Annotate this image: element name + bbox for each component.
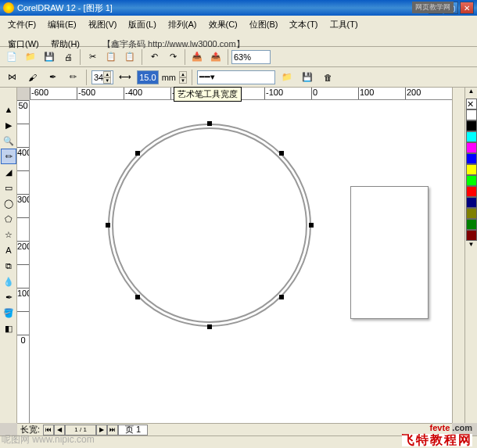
open-icon: 📁 [25,52,36,62]
swatch[interactable] [466,109,477,120]
swatch[interactable] [466,164,477,175]
polygon-tool[interactable]: ⬠ [1,211,16,227]
menu-effects[interactable]: 效果(C) [204,17,242,32]
swatch[interactable] [466,175,477,186]
menu-file[interactable]: 文件(F) [3,17,41,32]
paste-button[interactable]: 📋 [121,48,138,66]
import-button[interactable]: 📥 [188,48,206,66]
redo-button[interactable]: ↷ [164,48,181,66]
polygon-icon: ⬠ [5,214,13,224]
save-button[interactable]: 💾 [41,48,58,66]
cut-icon: ✂ [89,52,96,62]
swatch[interactable] [466,219,477,230]
swatch[interactable] [466,197,477,208]
export-button[interactable]: 📤 [207,48,224,66]
handle-sw[interactable] [135,295,140,299]
ifill-tool[interactable]: ◧ [1,321,16,336]
freehand-icon: ✏ [5,152,13,162]
new-button[interactable]: 📄 [3,48,20,66]
pick-tool[interactable]: ▲ [1,102,16,117]
sprayer-tool-icon[interactable]: ✒ [44,69,61,86]
paste-icon: 📋 [124,52,135,62]
width-unit: mm [162,73,176,82]
ellipse-tool[interactable]: ◯ [1,195,16,211]
zoom-icon: 🔍 [3,136,14,146]
swatch[interactable] [466,230,477,241]
menu-text[interactable]: 文本(T) [285,17,322,32]
handle-se[interactable] [279,295,284,299]
fill-tool[interactable]: 🪣 [1,305,16,321]
print-button[interactable]: 🖨 [59,48,77,66]
swatch[interactable] [466,131,477,142]
copy-button[interactable]: 📋 [102,48,120,66]
shapes-icon: ☆ [5,230,13,240]
rect-tool[interactable]: ▭ [1,180,16,195]
export-icon: 📤 [210,52,221,62]
smart-tool[interactable]: ◢ [1,164,16,180]
blend-icon: ⧉ [5,261,12,271]
palette-up[interactable]: ▲ [465,88,477,99]
page-last[interactable]: ⏭ [107,425,118,435]
save-preset-button[interactable]: 💾 [299,69,316,86]
rect-icon: ▭ [5,183,13,193]
down-icon[interactable]: ▼ [103,77,111,84]
preset-tool-icon[interactable]: ⋈ [3,69,20,86]
undo-button[interactable]: ↶ [145,48,163,66]
copy-icon: 📋 [106,52,117,62]
swatch[interactable] [466,208,477,219]
menu-tools[interactable]: 工具(T) [325,17,363,32]
ifill-icon: ◧ [5,324,13,334]
menu-bitmap[interactable]: 位图(B) [245,17,283,32]
up-icon[interactable]: ▲ [103,71,111,77]
browse-button[interactable]: 📁 [278,69,296,86]
canvas[interactable] [30,100,452,423]
handle-ne[interactable] [279,151,284,156]
close-button[interactable]: ✕ [460,2,474,14]
outline-tool[interactable]: ✒ [1,289,16,305]
blend-tool[interactable]: ⧉ [1,258,16,274]
swatch[interactable] [466,120,477,131]
palette-down[interactable]: ▼ [465,241,477,252]
freehand-tool[interactable]: ✏ [1,149,16,164]
watermark-top: 网页教学网 [412,2,454,13]
page-boundary [350,186,429,319]
handle-e[interactable] [309,223,314,228]
zoom-combo[interactable]: 63% [231,50,271,64]
down-icon[interactable]: ▼ [179,77,187,84]
swatch[interactable] [466,186,477,197]
width-spinner[interactable]: 15.0 [137,70,158,84]
menu-view[interactable]: 视图(V) [84,17,122,32]
handle-n[interactable] [207,121,212,126]
selection-circle[interactable] [108,124,311,327]
scrollbar-v[interactable] [452,88,464,423]
page-tab[interactable]: 页 1 [118,425,148,435]
menu-edit[interactable]: 编辑(E) [43,17,81,32]
handle-s[interactable] [207,324,212,329]
swatch-none[interactable]: ✕ [466,99,477,109]
shape-tool[interactable]: ▶ [1,117,16,133]
shapes-tool[interactable]: ☆ [1,227,16,242]
menu-layout[interactable]: 版面(L) [124,17,160,32]
swatch[interactable] [466,153,477,164]
zoom-tool[interactable]: 🔍 [1,133,16,149]
stroke-list-combo[interactable]: ━━▾ [197,70,275,84]
stroke-spinner[interactable]: 34▲▼ [91,70,113,84]
menu-arrange[interactable]: 排列(A) [163,17,202,32]
new-icon: 📄 [6,52,17,62]
brush-tool-icon[interactable]: 🖌 [23,69,41,86]
import-icon: 📥 [192,52,203,62]
handle-nw[interactable] [135,151,140,156]
eyedrop-tool[interactable]: 💧 [1,274,16,289]
delete-preset-button[interactable]: 🗑 [319,69,336,86]
up-icon[interactable]: ▲ [179,71,187,77]
fill-icon: 🪣 [3,308,14,318]
text-tool[interactable]: A [1,242,16,258]
calligraphy-tool-icon[interactable]: ✏ [64,69,81,86]
width-lock-icon[interactable]: ⟷ [117,69,134,86]
open-button[interactable]: 📁 [22,48,39,66]
save-icon: 💾 [44,52,55,62]
page-next[interactable]: ▶ [96,425,107,435]
swatch[interactable] [466,142,477,153]
handle-w[interactable] [106,223,110,228]
cut-button[interactable]: ✂ [84,48,101,66]
